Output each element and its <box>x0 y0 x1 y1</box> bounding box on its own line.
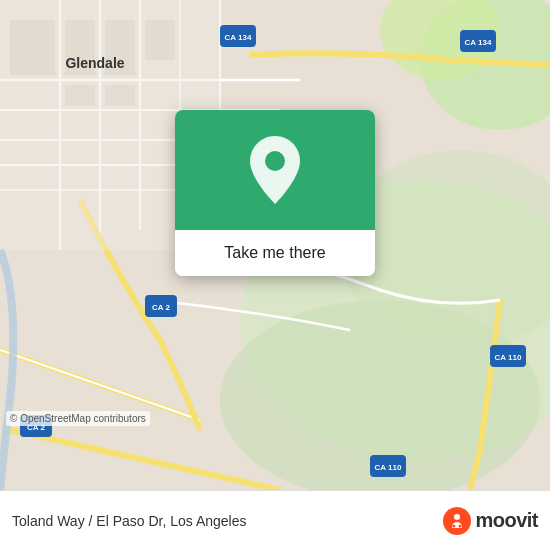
svg-text:CA 134: CA 134 <box>465 38 492 47</box>
svg-text:CA 110: CA 110 <box>375 463 402 472</box>
svg-point-41 <box>453 524 456 527</box>
svg-rect-25 <box>145 20 175 60</box>
svg-text:CA 110: CA 110 <box>495 353 522 362</box>
svg-rect-24 <box>105 85 135 105</box>
location-text: Toland Way / El Paso Dr, Los Angeles <box>12 513 443 529</box>
svg-point-40 <box>454 514 460 520</box>
location-pin-icon <box>245 134 305 206</box>
svg-rect-22 <box>65 85 95 105</box>
map-container: CA 2 CA 2 CA 134 CA 134 CA 110 CA 110 Gl… <box>0 0 550 490</box>
copyright-text: © OpenStreetMap contributors <box>6 411 150 426</box>
popup-icon-area <box>175 110 375 230</box>
take-me-there-button[interactable]: Take me there <box>175 230 375 276</box>
svg-text:CA 2: CA 2 <box>152 303 170 312</box>
moovit-text: moovit <box>475 509 538 532</box>
moovit-logo: moovit <box>443 507 538 535</box>
svg-text:CA 134: CA 134 <box>225 33 252 42</box>
svg-point-42 <box>459 524 462 527</box>
bottom-bar: Toland Way / El Paso Dr, Los Angeles moo… <box>0 490 550 550</box>
svg-rect-20 <box>10 20 55 75</box>
popup-card: Take me there <box>175 110 375 276</box>
svg-point-39 <box>265 151 285 171</box>
svg-text:Glendale: Glendale <box>65 55 124 71</box>
moovit-icon <box>443 507 471 535</box>
